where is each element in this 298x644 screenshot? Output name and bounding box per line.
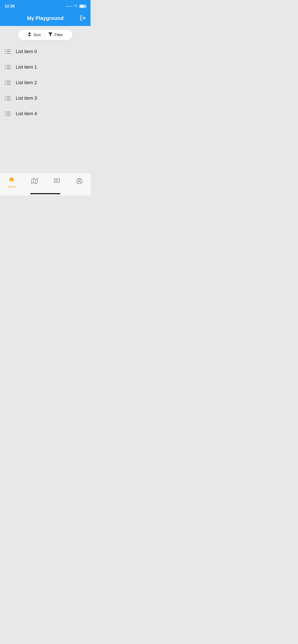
svg-rect-24 xyxy=(5,96,6,97)
toolbar-pill: Sort Filter xyxy=(18,30,72,40)
svg-rect-8 xyxy=(5,53,6,54)
list-item[interactable]: List item 4 xyxy=(0,106,91,122)
map-icon xyxy=(31,178,38,186)
svg-rect-4 xyxy=(7,51,11,52)
svg-rect-21 xyxy=(7,96,11,97)
svg-rect-19 xyxy=(5,82,6,83)
wifi-icon xyxy=(74,4,78,8)
list-item-label: List item 1 xyxy=(16,64,37,70)
svg-rect-7 xyxy=(5,51,6,52)
sort-label: Sort xyxy=(34,33,41,37)
svg-rect-31 xyxy=(5,113,6,114)
signal-dot-1 xyxy=(66,6,67,7)
svg-rect-23 xyxy=(7,100,11,100)
battery-fill xyxy=(80,5,85,7)
signal-dots xyxy=(66,6,72,7)
svg-rect-11 xyxy=(7,68,11,69)
list-item[interactable]: List item 3 xyxy=(0,90,91,106)
nav-messages[interactable] xyxy=(49,177,65,188)
svg-rect-30 xyxy=(5,112,6,112)
list-item[interactable]: List item 1 xyxy=(0,59,91,75)
svg-rect-28 xyxy=(7,113,11,114)
nav-profile[interactable] xyxy=(72,177,87,188)
svg-rect-13 xyxy=(5,67,6,68)
svg-rect-14 xyxy=(5,68,6,69)
nav-map[interactable] xyxy=(27,177,43,188)
home-icon xyxy=(8,176,15,184)
svg-rect-16 xyxy=(7,82,11,83)
page-title: My Playground xyxy=(27,15,64,21)
home-bar xyxy=(30,193,60,194)
list-item-label: List item 4 xyxy=(16,111,37,116)
home-indicator xyxy=(0,191,91,196)
filter-label: Filter xyxy=(54,33,63,37)
list-item[interactable]: List item 2 xyxy=(0,75,91,90)
svg-marker-2 xyxy=(49,33,52,36)
signal-dot-3 xyxy=(69,6,71,7)
list-item-icon xyxy=(5,80,11,85)
svg-rect-20 xyxy=(5,84,6,85)
list-item-label: List item 3 xyxy=(16,96,37,101)
status-icons xyxy=(66,4,86,8)
svg-rect-25 xyxy=(5,98,6,98)
svg-rect-9 xyxy=(7,65,11,66)
logout-button[interactable] xyxy=(80,15,86,22)
list-item[interactable]: List item 0 xyxy=(0,44,91,59)
list-item-label: List item 2 xyxy=(16,80,37,85)
profile-icon xyxy=(76,178,83,186)
list-item-label: List item 0 xyxy=(16,49,37,54)
messages-icon xyxy=(54,178,60,186)
list-container: List item 0 List item 1 xyxy=(0,43,91,173)
svg-rect-32 xyxy=(5,115,6,116)
bottom-nav: Home xyxy=(0,173,91,191)
toolbar: Sort Filter xyxy=(0,26,91,43)
svg-rect-22 xyxy=(7,98,11,98)
svg-rect-17 xyxy=(7,84,11,85)
svg-rect-12 xyxy=(5,65,6,66)
signal-dot-2 xyxy=(68,6,69,7)
filter-icon xyxy=(48,32,53,38)
svg-marker-33 xyxy=(32,178,38,184)
list-item-icon xyxy=(5,96,11,100)
list-item-icon xyxy=(5,50,11,54)
svg-rect-26 xyxy=(5,100,6,100)
sort-button[interactable]: Sort xyxy=(24,32,44,38)
filter-button[interactable]: Filter xyxy=(45,32,67,38)
svg-rect-27 xyxy=(7,112,11,112)
svg-rect-15 xyxy=(7,81,11,81)
svg-rect-29 xyxy=(7,115,11,116)
app-header: My Playground xyxy=(0,12,91,26)
signal-dot-4 xyxy=(71,6,72,7)
svg-rect-36 xyxy=(54,179,60,182)
status-bar: 12:36 xyxy=(0,0,91,12)
svg-rect-3 xyxy=(7,50,11,50)
home-label: Home xyxy=(8,185,15,188)
svg-rect-18 xyxy=(5,81,6,81)
status-time: 12:36 xyxy=(5,4,15,8)
svg-rect-5 xyxy=(7,53,11,54)
list-item-icon xyxy=(5,65,11,70)
svg-rect-6 xyxy=(5,50,6,50)
nav-home[interactable]: Home xyxy=(3,175,20,190)
svg-point-40 xyxy=(79,179,80,181)
battery-icon xyxy=(79,5,86,8)
svg-rect-10 xyxy=(7,67,11,68)
list-item-icon xyxy=(5,112,11,116)
sort-icon xyxy=(27,32,32,38)
